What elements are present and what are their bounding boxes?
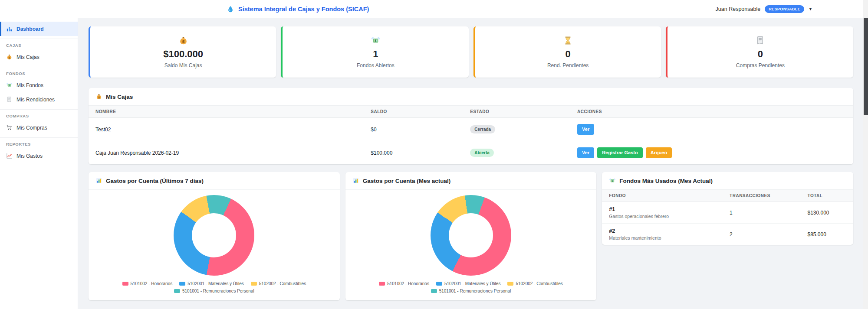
layout: DashboardCAJAS$Mis CajasFONDOS$Mis Fondo… bbox=[0, 18, 868, 309]
sidebar-item-label: Mis Gastos bbox=[16, 153, 43, 159]
chart-card-header: Gastos por Cuenta (Últimos 7 días) bbox=[89, 172, 340, 190]
chart-legend: 5101002 - Honorarios5102001 - Materiales… bbox=[114, 281, 314, 293]
svg-text:$: $ bbox=[9, 84, 10, 86]
legend-item[interactable]: 5102001 - Materiales y Útiles bbox=[179, 281, 244, 286]
droplet-icon bbox=[227, 5, 234, 13]
receipt-icon bbox=[755, 36, 765, 46]
sidebar-item-dashboard[interactable]: Dashboard bbox=[0, 22, 78, 36]
legend-item[interactable]: 5102002 - Combustibles bbox=[251, 281, 306, 286]
table-row: Test02$0CerradaVer bbox=[89, 118, 853, 141]
column-header-acciones: ACCIONES bbox=[570, 106, 853, 118]
mis-cajas-table: NOMBRE SALDO ESTADO ACCIONES Test02$0Cer… bbox=[89, 105, 853, 164]
stat-label: Fondos Abiertos bbox=[357, 62, 395, 68]
money-wings-icon: $ bbox=[609, 177, 616, 184]
cell-fondo: #2Materiales mantenimiento bbox=[602, 224, 723, 245]
stat-card-fondos-abiertos: $1Fondos Abiertos bbox=[281, 26, 468, 78]
chart-card-gastos-7-dias: Gastos por Cuenta (Últimos 7 días) 51010… bbox=[89, 172, 340, 300]
fondos-card-header: $ Fondos Más Usados (Mes Actual) bbox=[602, 172, 853, 189]
table-row: Caja Juan Responsable 2026-02-19$100.000… bbox=[89, 141, 853, 165]
legend-item[interactable]: 5102002 - Combustibles bbox=[507, 281, 562, 286]
arqueo-button[interactable]: Arqueo bbox=[646, 147, 672, 158]
mis-cajas-card-header: $ Mis Cajas bbox=[89, 88, 853, 105]
sidebar-item-label: Mis Fondos bbox=[16, 82, 43, 88]
chart-card-gastos-mes-actual: Gastos por Cuenta (Mes actual) 5101002 -… bbox=[345, 172, 597, 300]
user-menu[interactable]: Juan Responsable RESPONSABLE ▼ bbox=[716, 0, 812, 18]
legend-label: 5102002 - Combustibles bbox=[516, 281, 562, 286]
user-name: Juan Responsable bbox=[716, 6, 761, 12]
table-row: #1Gastos operacionales febrero1$130.000 bbox=[602, 202, 853, 224]
card-title: Fondos Más Usados (Mes Actual) bbox=[619, 178, 713, 184]
stat-label: Rend. Pendientes bbox=[547, 62, 589, 68]
mis-cajas-card: $ Mis Cajas NOMBRE SALDO ESTADO ACCIONES… bbox=[89, 88, 853, 164]
cart-icon bbox=[6, 124, 13, 131]
column-header-fondo: FONDO bbox=[602, 190, 723, 202]
donut-chart bbox=[431, 195, 511, 276]
table-row: #2Materiales mantenimiento2$85.000 bbox=[602, 224, 853, 245]
bar-chart-icon bbox=[95, 177, 102, 184]
legend-swatch bbox=[251, 282, 257, 286]
role-badge: RESPONSABLE bbox=[765, 5, 804, 13]
sidebar-item-label: Mis Rendiciones bbox=[16, 97, 55, 103]
legend-item[interactable]: 5102001 - Materiales y Útiles bbox=[436, 281, 501, 286]
stat-value: $100.000 bbox=[163, 49, 203, 59]
cell-transacciones: 1 bbox=[723, 202, 800, 224]
legend-label: 5102001 - Materiales y Útiles bbox=[444, 281, 501, 286]
dashboard-icon bbox=[6, 26, 13, 32]
legend-item[interactable]: 5101001 - Remuneraciones Personal bbox=[431, 289, 511, 293]
table-head: FONDO TRANSACCIONES TOTAL bbox=[602, 190, 853, 202]
sidebar-section-compras: COMPRAS bbox=[0, 109, 78, 120]
registrar-gasto-button[interactable]: Registrar Gasto bbox=[597, 147, 643, 158]
ver-button[interactable]: Ver bbox=[577, 124, 594, 135]
stat-card-compras-pendientes: 0Compras Pendientes bbox=[666, 26, 853, 78]
money-wings-icon: $ bbox=[6, 82, 13, 88]
fondos-tbody: #1Gastos operacionales febrero1$130.000#… bbox=[602, 202, 853, 245]
chevron-down-icon[interactable]: ▼ bbox=[809, 7, 812, 11]
cell-saldo: $0 bbox=[364, 118, 463, 141]
cell-acciones: VerRegistrar GastoArqueo bbox=[570, 141, 853, 165]
svg-text:$: $ bbox=[375, 39, 377, 43]
stats-row: $$100.000Saldo Mis Cajas$1Fondos Abierto… bbox=[89, 26, 853, 78]
column-header-saldo: SALDO bbox=[364, 106, 463, 118]
cell-estado: Cerrada bbox=[463, 118, 570, 141]
sidebar-item-mis-fondos[interactable]: $Mis Fondos bbox=[0, 78, 78, 92]
hourglass-icon bbox=[563, 36, 573, 46]
cell-fondo: #1Gastos operacionales febrero bbox=[602, 202, 723, 224]
cell-total: $85.000 bbox=[800, 224, 853, 245]
column-header-transacciones: TRANSACCIONES bbox=[723, 190, 800, 202]
mis-cajas-tbody: Test02$0CerradaVerCaja Juan Responsable … bbox=[89, 118, 853, 165]
cell-nombre: Test02 bbox=[89, 118, 364, 141]
sidebar-item-mis-cajas[interactable]: $Mis Cajas bbox=[0, 50, 78, 64]
sidebar-item-mis-compras[interactable]: Mis Compras bbox=[0, 120, 78, 135]
sidebar-item-mis-gastos[interactable]: Mis Gastos bbox=[0, 149, 78, 163]
app-title: Sistema Integral de Cajas y Fondos (SICA… bbox=[238, 6, 369, 13]
legend-label: 5101001 - Remuneraciones Personal bbox=[439, 289, 511, 293]
legend-swatch bbox=[174, 289, 180, 293]
money-bag-icon: $ bbox=[6, 54, 13, 60]
stat-card-rend-pendientes: 0Rend. Pendientes bbox=[473, 26, 661, 78]
ver-button[interactable]: Ver bbox=[577, 147, 594, 158]
chart-body: 5101002 - Honorarios5102001 - Materiales… bbox=[345, 190, 597, 293]
column-header-total: TOTAL bbox=[800, 190, 853, 202]
legend-item[interactable]: 5101002 - Honorarios bbox=[379, 281, 429, 286]
legend-label: 5102001 - Materiales y Útiles bbox=[187, 281, 244, 286]
sidebar-item-mis-rendiciones[interactable]: Mis Rendiciones bbox=[0, 92, 78, 107]
table-head: NOMBRE SALDO ESTADO ACCIONES bbox=[89, 106, 853, 118]
chart-title: Gastos por Cuenta (Últimos 7 días) bbox=[106, 178, 204, 184]
cell-total: $130.000 bbox=[800, 202, 853, 224]
sidebar-item-label: Mis Compras bbox=[16, 125, 47, 131]
scrollbar-thumb[interactable] bbox=[864, 18, 868, 115]
svg-text:$: $ bbox=[8, 56, 10, 59]
chart-body: 5101002 - Honorarios5102001 - Materiales… bbox=[89, 190, 340, 293]
legend-item[interactable]: 5101001 - Remuneraciones Personal bbox=[174, 289, 254, 293]
main-content: $$100.000Saldo Mis Cajas$1Fondos Abierto… bbox=[78, 18, 868, 309]
sidebar-section-cajas: CAJAS bbox=[0, 39, 78, 50]
stat-label: Saldo Mis Cajas bbox=[164, 62, 202, 68]
scrollbar[interactable] bbox=[863, 0, 868, 309]
app-root: Sistema Integral de Cajas y Fondos (SICA… bbox=[0, 0, 868, 309]
cell-nombre: Caja Juan Responsable 2026-02-19 bbox=[89, 141, 364, 165]
column-header-nombre: NOMBRE bbox=[89, 106, 364, 118]
sidebar: DashboardCAJAS$Mis CajasFONDOS$Mis Fondo… bbox=[0, 18, 78, 309]
cell-saldo: $100.000 bbox=[364, 141, 463, 165]
legend-item[interactable]: 5101002 - Honorarios bbox=[122, 281, 173, 286]
legend-swatch bbox=[122, 282, 128, 286]
